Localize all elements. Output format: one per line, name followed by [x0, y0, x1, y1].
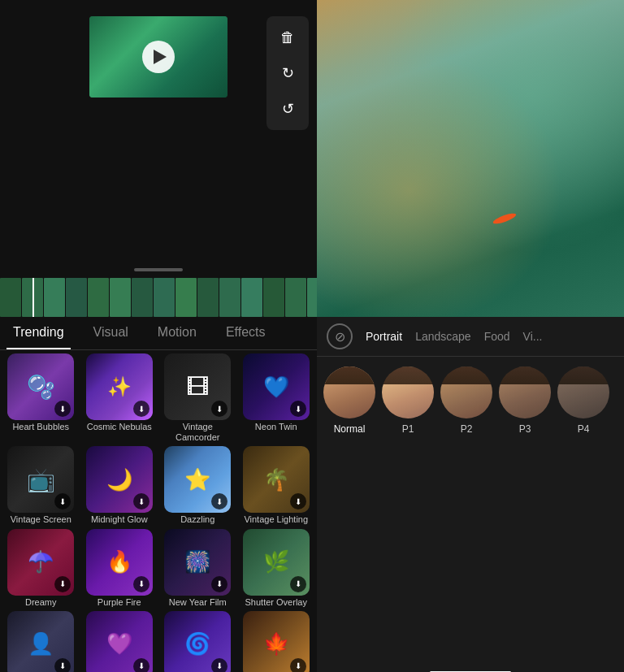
no-filter-button[interactable]: ⊘ [327, 323, 353, 349]
filter-grid: ⬇ Heart Bubbles ⬇ Cosmic Nebulas ⬇ Vinta… [0, 350, 317, 672]
portrait-filter-normal[interactable]: Normal [323, 366, 375, 435]
filter-thumb-row4-2: ⬇ [86, 611, 153, 672]
top-section: 🗑 ↻ ↺ [0, 0, 624, 317]
filter-row4-4[interactable]: ⬇ [239, 611, 314, 672]
filter-vintage-lighting[interactable]: ⬇ Vintage Lighting [239, 446, 314, 525]
timeline-frame [285, 278, 306, 317]
tab-bar: Trending Visual Motion Effects [0, 317, 317, 350]
filter-new-year-film[interactable]: ⬇ New Year Film [160, 529, 236, 608]
portrait-label-p4: P4 [578, 423, 590, 435]
download-badge: ⬇ [211, 493, 228, 509]
filter-dazzling[interactable]: ⬇ Dazzling [160, 446, 236, 525]
filter-thumb-vintage-camcorder: ⬇ [164, 353, 231, 420]
filter-thumb-heart-bubbles: ⬇ [7, 353, 74, 420]
no-filter-icon: ⊘ [335, 329, 345, 345]
filter-label-shutter-overlay: Shutter Overlay [245, 597, 307, 608]
portrait-avatar-p2 [440, 366, 492, 418]
timeline-frame [132, 278, 153, 317]
portrait-label-p1: P1 [402, 423, 414, 435]
timeline-frame [176, 278, 197, 317]
filter-label-midnight-glow: Midnight Glow [91, 514, 148, 525]
video-thumbnail[interactable] [89, 16, 228, 98]
portrait-avatar-p4 [557, 366, 609, 418]
filter-cosmic-nebulas[interactable]: ⬇ Cosmic Nebulas [82, 353, 158, 443]
portrait-avatar-p1 [382, 366, 434, 418]
delete-button[interactable]: 🗑 [273, 23, 302, 52]
app-container: 🗑 ↻ ↺ [0, 0, 624, 672]
portrait-filter-p3[interactable]: P3 [499, 366, 551, 435]
timeline-frame [307, 278, 317, 317]
tab-effects[interactable]: Effects [219, 317, 272, 349]
filter-thumb-shutter-overlay: ⬇ [243, 529, 310, 596]
timeline-frame [44, 278, 65, 317]
toolbar: 🗑 ↻ ↺ [266, 16, 309, 130]
download-badge: ⬇ [290, 493, 306, 509]
tab-trending[interactable]: Trending [6, 317, 71, 349]
portrait-face-p3 [499, 366, 551, 418]
portrait-tab-landscape[interactable]: Landscape [415, 330, 471, 343]
filter-row4-2[interactable]: ⬇ [82, 611, 158, 672]
filter-thumb-row4-3: ⬇ [164, 611, 231, 672]
tab-motion[interactable]: Motion [151, 317, 203, 349]
filter-vintage-camcorder[interactable]: ⬇ Vintage Camcorder [160, 353, 236, 443]
portrait-label-normal: Normal [334, 423, 366, 435]
filter-label-dazzling: Dazzling [180, 514, 214, 525]
tab-visual[interactable]: Visual [87, 317, 135, 349]
timeline-strip[interactable] [0, 278, 317, 317]
filter-label-vintage-camcorder: Vintage Camcorder [160, 422, 236, 443]
portrait-filter-p4[interactable]: P4 [557, 366, 609, 435]
undo-button[interactable]: ↺ [273, 94, 302, 124]
surfboard-element [492, 211, 517, 226]
face-hair [557, 366, 609, 384]
filter-label-new-year-film: New Year Film [169, 597, 227, 608]
timeline-frame [154, 278, 175, 317]
preview-video [317, 0, 624, 317]
download-badge: ⬇ [54, 401, 71, 417]
portrait-label-p3: P3 [519, 423, 531, 435]
portrait-panel: ⊘ Portrait Landscape Food Vi... Normal [317, 317, 624, 672]
filter-thumb-vintage-lighting: ⬇ [243, 446, 310, 513]
portrait-tab-food[interactable]: Food [484, 330, 510, 343]
timeline-frame [0, 278, 21, 317]
timeline-frames [0, 278, 317, 317]
download-badge: ⬇ [54, 658, 71, 672]
play-icon [154, 50, 167, 64]
face-hair [323, 366, 375, 384]
timeline-area [0, 268, 317, 317]
play-button[interactable] [142, 41, 175, 73]
portrait-filter-p1[interactable]: P1 [382, 366, 434, 435]
download-badge: ⬇ [54, 576, 71, 592]
filter-thumb-neon-twin: ⬇ [243, 353, 310, 420]
filter-neon-twin[interactable]: ⬇ Neon Twin [239, 353, 314, 443]
filter-thumb-dazzling: ⬇ [164, 446, 231, 513]
portrait-tab-portrait[interactable]: Portrait [366, 330, 402, 343]
filter-thumb-dreamy: ⬇ [7, 529, 74, 596]
filter-purple-fire[interactable]: ⬇ Purple Fire [82, 529, 158, 608]
filter-thumb-row4-1: ⬇ [7, 611, 74, 672]
filter-shutter-overlay[interactable]: ⬇ Shutter Overlay [239, 529, 314, 608]
portrait-filter-p2[interactable]: P2 [440, 366, 492, 435]
filter-row4-3[interactable]: ⬇ [160, 611, 236, 672]
filter-label-heart-bubbles: Heart Bubbles [12, 422, 69, 432]
filter-thumb-row4-4: ⬇ [243, 611, 310, 672]
portrait-avatar-normal [323, 366, 375, 418]
filter-label-vintage-lighting: Vintage Lighting [244, 514, 308, 525]
filter-midnight-glow[interactable]: ⬇ Midnight Glow [82, 446, 158, 525]
left-panel: 🗑 ↻ ↺ [0, 0, 317, 317]
portrait-tab-vi[interactable]: Vi... [523, 330, 543, 343]
filter-label-dreamy: Dreamy [25, 597, 57, 608]
right-panel [317, 0, 624, 317]
filter-vintage-screen[interactable]: ⬇ Vintage Screen [3, 446, 79, 525]
timeline-frame [110, 278, 131, 317]
face-hair [440, 366, 492, 384]
filter-label-purple-fire: Purple Fire [98, 597, 141, 608]
filter-label-vintage-screen: Vintage Screen [11, 514, 72, 525]
timeline-frame [263, 278, 284, 317]
filter-row4-1[interactable]: ⬇ [3, 611, 79, 672]
filter-dreamy[interactable]: ⬇ Dreamy [3, 529, 79, 608]
bottom-bar [317, 665, 624, 672]
redo-button[interactable]: ↻ [273, 59, 302, 88]
download-badge: ⬇ [54, 493, 71, 509]
portrait-face-p4 [557, 366, 609, 418]
filter-heart-bubbles[interactable]: ⬇ Heart Bubbles [3, 353, 79, 443]
